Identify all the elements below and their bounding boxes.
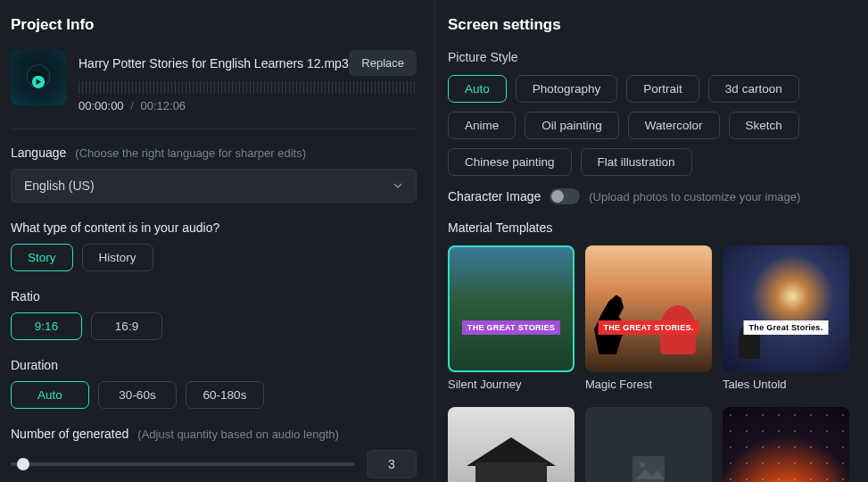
num-generated-slider[interactable]: [11, 462, 354, 466]
style-watercolor[interactable]: Watercolor: [628, 112, 720, 139]
audio-timecodes: 00:00:00 / 00:12:06: [79, 99, 417, 112]
image-placeholder-icon: [629, 451, 668, 482]
svg-point-5: [640, 462, 645, 468]
template-thumb: [585, 407, 712, 482]
style-flat-illustration[interactable]: Flat illustration: [581, 148, 692, 176]
duration-60-180[interactable]: 60-180s: [186, 381, 264, 409]
divider: [11, 129, 417, 129]
audio-filename: Harry Potter Stories for English Learner…: [79, 56, 349, 71]
template-thumb: THE GREAT STORIES.: [585, 245, 712, 372]
character-image-label: Character Image: [448, 189, 541, 204]
character-image-toggle[interactable]: [550, 188, 580, 204]
chevron-down-icon: [393, 180, 403, 191]
ratio-field: Ratio 9:16 16:9: [11, 289, 417, 340]
style-oil-painting[interactable]: Oil painting: [525, 112, 619, 139]
audio-waveform[interactable]: [79, 81, 417, 94]
character-image-row: Character Image (Upload photos to custom…: [448, 188, 856, 204]
template-name: Tales Untold: [723, 378, 849, 391]
style-auto[interactable]: Auto: [448, 75, 507, 103]
picture-style-options: Auto Photography Portrait 3d cartoon Ani…: [448, 75, 856, 176]
num-generated-value[interactable]: 3: [367, 450, 417, 478]
template-caption: The Great Stories.: [744, 320, 829, 335]
content-type-field: What type of content is in your audio? S…: [11, 220, 417, 271]
style-sketch[interactable]: Sketch: [729, 112, 799, 139]
style-portrait[interactable]: Portrait: [626, 75, 699, 103]
audio-file-row: Harry Potter Stories for English Learner…: [11, 50, 417, 112]
audio-total-time: 00:12:06: [140, 99, 186, 112]
template-name: Silent Journey: [448, 378, 575, 391]
material-templates-grid: THE GREAT STORIES Silent Journey THE GRE…: [448, 245, 856, 482]
ratio-9-16[interactable]: 9:16: [11, 312, 82, 340]
template-thumb: [723, 407, 849, 482]
language-label: Language: [11, 145, 66, 160]
style-3d-cartoon[interactable]: 3d cartoon: [708, 75, 799, 103]
content-type-options: Story History: [11, 244, 417, 271]
template-card-4[interactable]: [448, 407, 575, 482]
screen-settings-title: Screen settings: [448, 16, 856, 34]
template-caption: THE GREAT STORIES: [462, 320, 560, 335]
style-chinese-painting[interactable]: Chinese painting: [448, 148, 572, 176]
project-info-title: Project Info: [11, 16, 417, 34]
template-card-6[interactable]: [723, 407, 849, 482]
audio-disc-icon: [21, 61, 55, 95]
duration-label: Duration: [11, 358, 58, 372]
duration-field: Duration Auto 30-60s 60-180s: [11, 358, 417, 409]
replace-button[interactable]: Replace: [349, 50, 417, 76]
template-magic-forest[interactable]: THE GREAT STORIES. Magic Forest: [585, 245, 712, 391]
template-card-5[interactable]: [585, 407, 712, 482]
material-templates-label: Material Templates: [448, 220, 856, 235]
character-image-hint: (Upload photos to customize your image): [589, 190, 800, 204]
ratio-16-9[interactable]: 16:9: [91, 312, 162, 340]
duration-auto[interactable]: Auto: [11, 381, 89, 409]
ratio-label: Ratio: [11, 289, 40, 303]
audio-metadata: Harry Potter Stories for English Learner…: [79, 50, 417, 112]
language-value: English (US): [24, 179, 95, 193]
template-silent-journey[interactable]: THE GREAT STORIES Silent Journey: [448, 245, 575, 391]
ratio-options: 9:16 16:9: [11, 312, 417, 340]
content-type-history[interactable]: History: [82, 244, 153, 271]
language-hint: (Choose the right language for sharper e…: [75, 146, 306, 160]
language-select[interactable]: English (US): [11, 169, 417, 203]
template-thumb: THE GREAT STORIES: [448, 245, 575, 372]
audio-current-time: 00:00:00: [79, 99, 124, 112]
template-caption: THE GREAT STORIES.: [598, 320, 699, 335]
project-info-panel: Project Info Harry Potter Stories for En…: [0, 0, 435, 482]
language-field: Language (Choose the right language for …: [11, 145, 417, 203]
picture-style-label: Picture Style: [448, 50, 856, 64]
style-anime[interactable]: Anime: [448, 112, 516, 139]
style-photography[interactable]: Photography: [516, 75, 618, 103]
screen-settings-panel: Screen settings Picture Style Auto Photo…: [435, 0, 868, 482]
template-tales-untold[interactable]: The Great Stories. Tales Untold: [723, 245, 849, 391]
audio-thumbnail: [11, 50, 66, 105]
duration-options: Auto 30-60s 60-180s: [11, 381, 417, 409]
content-type-story[interactable]: Story: [11, 244, 73, 271]
num-generated-hint: (Adjust quantity based on audio length): [137, 428, 339, 441]
num-generated-label: Number of generated: [11, 427, 128, 441]
duration-30-60[interactable]: 30-60s: [98, 381, 177, 409]
num-generated-field: Number of generated (Adjust quantity bas…: [11, 427, 417, 478]
template-thumb: [448, 407, 575, 482]
template-name: Magic Forest: [585, 378, 712, 391]
content-type-label: What type of content is in your audio?: [11, 220, 219, 235]
template-thumb: The Great Stories.: [723, 245, 849, 372]
